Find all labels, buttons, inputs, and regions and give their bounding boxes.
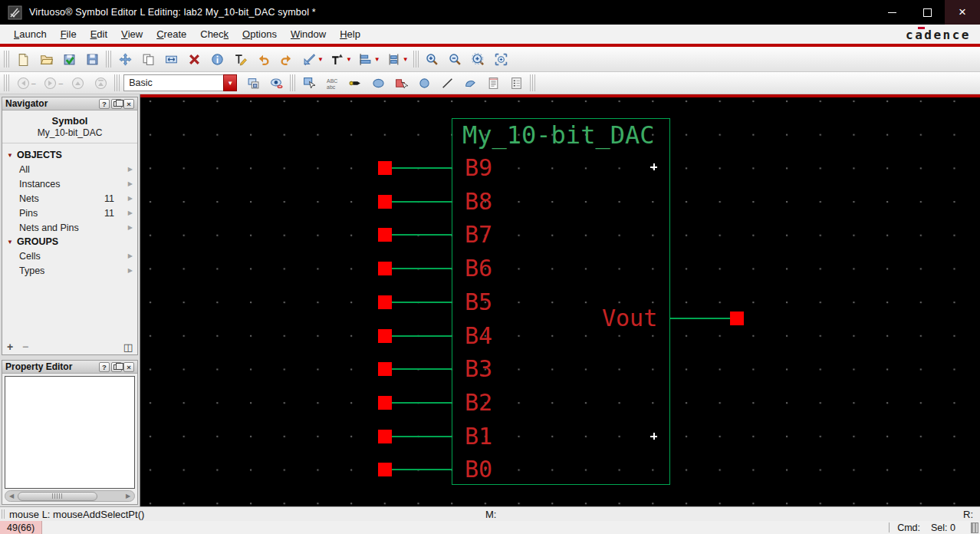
move-button[interactable] [113,49,136,70]
menu-options[interactable]: Options [235,25,284,44]
close-button[interactable]: × [945,0,980,25]
create-label-dropdown-caret[interactable]: ▼ [346,56,352,63]
maximize-button[interactable] [909,0,945,25]
menu-create[interactable]: Create [150,25,193,44]
pin-square-b0[interactable] [378,463,392,476]
chevron-right-icon[interactable]: ▶ [120,209,133,216]
toolbar-handle[interactable] [413,51,419,68]
menu-launch[interactable]: Launch [7,25,54,44]
pin-label-b6[interactable]: B6 [465,253,492,284]
pin-wire-b2[interactable] [392,402,452,404]
property-editor-close-icon[interactable]: × [123,362,134,372]
go-top-button[interactable] [89,74,112,93]
style-selector-dropdown-icon[interactable]: ▼ [223,74,237,91]
pin-tool-button[interactable] [344,74,367,93]
edit-labels-button[interactable] [229,49,252,70]
distribute-dropdown-caret[interactable]: ▼ [403,56,409,63]
label-tool-button[interactable]: ABCabc [321,74,344,93]
property-editor-float-icon[interactable] [111,362,122,372]
pin-square-b5[interactable] [378,295,392,309]
menu-view[interactable]: View [114,25,150,44]
save-button[interactable] [81,49,104,70]
align-dropdown-caret[interactable]: ▼ [374,56,380,63]
tree-item-nets[interactable]: Nets11▶ [2,191,137,206]
pin-square-b1[interactable] [378,430,392,443]
pin-square-b7[interactable] [378,228,392,242]
menu-check[interactable]: Check [193,25,235,44]
zoom-to-fit-button[interactable] [467,49,490,70]
tree-item-nets-and-pins[interactable]: Nets and Pins▶ [2,220,137,235]
pin-label-b8[interactable]: B8 [465,186,492,217]
menu-file[interactable]: File [54,25,84,44]
section-collapse-icon[interactable]: ▼ [7,152,13,159]
toolbar-handle[interactable] [530,74,535,91]
pin-square-vout[interactable] [730,312,744,325]
stretch-button[interactable] [159,49,183,70]
chevron-right-icon[interactable]: ▶ [120,166,133,173]
navigator-header[interactable]: Navigator ?× [2,97,137,110]
pin-wire-b0[interactable] [392,469,452,470]
note-tool-button[interactable] [482,74,505,93]
ellipse-tool-button[interactable] [367,74,390,93]
symbol-canvas[interactable]: My_10-bit_DAC B9B8B7B6B5B4B3B2B1B0Vout [140,94,980,506]
delete-button[interactable] [183,49,206,70]
toolbar-handle[interactable] [106,51,111,68]
zoom-to-selected-button[interactable] [490,49,513,70]
chevron-right-icon[interactable]: ▶ [120,224,133,231]
tree-item-all[interactable]: All▶ [2,162,137,176]
pin-label-b9[interactable]: B9 [465,153,492,183]
pin-wire-b7[interactable] [392,234,452,236]
chevron-right-icon[interactable]: ▶ [120,180,133,187]
toolbar-handle[interactable] [4,74,9,91]
redo-button[interactable] [275,49,298,70]
hide-object-button[interactable] [265,74,288,93]
property-editor-header[interactable]: Property Editor ?× [2,361,137,374]
edit-shape-tool-button[interactable] [390,74,413,93]
tree-item-cells[interactable]: Cells▶ [2,249,137,263]
pin-square-b4[interactable] [378,329,392,343]
arc-tool-button[interactable] [459,74,482,93]
undo-button[interactable] [252,49,275,70]
scroll-left-icon[interactable]: ◀ [5,491,18,501]
go-forward-button[interactable] [39,74,62,93]
pin-wire-vout[interactable] [670,318,730,319]
go-up-button[interactable] [66,74,89,93]
navigator-close-icon[interactable]: × [123,99,134,109]
menu-edit[interactable]: Edit [84,25,114,44]
copy-view-button[interactable] [242,74,265,93]
properties-button[interactable] [206,49,229,70]
pin-label-vout[interactable]: Vout [602,303,657,334]
tree-item-instances[interactable]: Instances▶ [2,176,137,191]
property-editor-help-icon[interactable]: ? [99,362,110,372]
chevron-right-icon[interactable]: ▶ [120,252,133,259]
tree-item-pins[interactable]: Pins11▶ [2,206,137,220]
tree-section-objects[interactable]: ▼OBJECTS [2,148,137,162]
pin-label-b4[interactable]: B4 [465,321,492,351]
pin-wire-b4[interactable] [392,335,452,337]
menu-help[interactable]: Help [333,25,367,44]
menu-window[interactable]: Window [284,25,333,44]
property-editor-hscrollbar[interactable]: ◀ ▶ [5,490,135,502]
navigator-help-icon[interactable]: ? [99,99,110,109]
pin-square-b8[interactable] [378,195,392,209]
doc-properties-button[interactable] [505,74,528,93]
measure-dropdown-caret[interactable]: ▼ [317,56,324,63]
scroll-right-icon[interactable]: ▶ [122,491,134,501]
symbol-title-label[interactable]: My_10-bit_DAC [462,120,654,150]
pin-square-b2[interactable] [378,396,392,410]
circle-tool-button[interactable] [413,74,436,93]
new-file-button[interactable] [12,49,35,70]
line-tool-button[interactable] [436,74,459,93]
section-collapse-icon[interactable]: ▼ [7,239,13,246]
pin-square-b9[interactable] [378,161,392,175]
resize-grip-icon[interactable] [971,522,978,533]
pin-wire-b3[interactable] [392,368,452,370]
pin-label-b0[interactable]: B0 [465,454,492,485]
tree-section-groups[interactable]: ▼GROUPS [2,235,137,249]
pin-label-b5[interactable]: B5 [465,287,492,318]
toolbar-handle[interactable] [290,74,295,91]
navigator-add-button[interactable]: + [7,341,22,353]
chevron-right-icon[interactable]: ▶ [120,195,133,202]
pin-wire-b6[interactable] [392,268,452,269]
style-selector-value[interactable]: Basic [123,74,223,91]
